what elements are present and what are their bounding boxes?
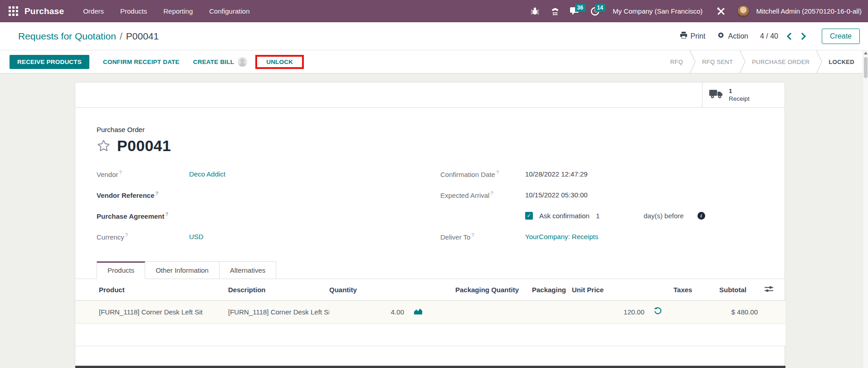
top-navbar: Purchase Orders Products Reporting Confi…: [0, 0, 868, 22]
messages-icon[interactable]: 36: [566, 4, 584, 19]
confirmation-date-value: 10/28/2022 12:47:29: [525, 170, 588, 178]
order-line-row[interactable]: [FURN_1118] Corner Desk Left Sit [FURN_1…: [75, 300, 785, 323]
help-marker: ?: [166, 211, 169, 217]
state-locked[interactable]: LOCKED: [822, 59, 861, 65]
company-switcher[interactable]: My Company (San Francisco): [613, 7, 702, 15]
action-label: Action: [728, 32, 748, 40]
ask-confirmation-checkbox[interactable]: ✓: [525, 212, 533, 220]
cell-taxes[interactable]: [665, 300, 719, 323]
col-packaging[interactable]: Packaging: [529, 279, 572, 300]
gear-icon: [717, 31, 725, 41]
currency-value-link[interactable]: USD: [189, 233, 204, 240]
state-rfq[interactable]: RFQ: [664, 59, 689, 65]
notebook-tabs: Products Other Information Alternatives: [75, 261, 785, 279]
cell-unit-price[interactable]: 120.00: [572, 300, 647, 323]
receive-products-button[interactable]: RECEIVE PRODUCTS: [10, 55, 89, 69]
cell-description[interactable]: [FURN_1118] Corner Desk Left Sit: [205, 300, 329, 323]
help-marker: ?: [471, 232, 474, 238]
breadcrumb: Requests for Quotation / P00041: [18, 31, 159, 42]
field-expected-arrival: Expected Arrival? 10/15/2022 05:30:00: [440, 189, 705, 200]
order-lines-table: Product Description Quantity Packaging Q…: [75, 279, 785, 346]
truck-icon: [709, 88, 723, 101]
optional-columns-icon[interactable]: [760, 279, 785, 300]
vendor-reference-label: Vendor Reference?: [97, 191, 189, 199]
help-marker: ?: [156, 191, 159, 196]
confirm-receipt-date-button[interactable]: CONFIRM RECEIPT DATE: [103, 59, 180, 65]
col-description[interactable]: Description: [205, 279, 329, 300]
forecast-chart-icon[interactable]: [406, 300, 434, 323]
purchase-app-page: Purchase Orders Products Reporting Confi…: [0, 0, 868, 368]
field-ask-confirmation: ✓ Ask confirmation 1 day(s) before i: [440, 210, 705, 221]
receipt-smart-button[interactable]: 1 Receipt: [702, 83, 785, 107]
vendor-value-link[interactable]: Deco Addict: [189, 170, 225, 178]
col-product[interactable]: Product: [75, 279, 205, 300]
main-content: 1 Receipt Purchase Order P00041 Ve: [0, 74, 868, 368]
cell-quantity[interactable]: 4.00: [329, 300, 406, 323]
pager-next-icon[interactable]: [800, 31, 807, 41]
expected-arrival-value[interactable]: 10/15/2022 05:30:00: [525, 191, 588, 199]
breadcrumb-parent-link[interactable]: Requests for Quotation: [18, 31, 116, 42]
pager-previous-icon[interactable]: [785, 31, 793, 41]
cell-subtotal: $ 480.00: [719, 300, 760, 323]
create-button[interactable]: Create: [822, 29, 860, 44]
field-confirmation-date: Confirmation Date? 10/28/2022 12:47:29: [440, 168, 705, 179]
help-marker: ?: [119, 170, 122, 175]
deliver-to-value-link[interactable]: YourCompany: Receipts: [525, 233, 598, 240]
tab-other-information[interactable]: Other Information: [145, 261, 219, 279]
user-avatar[interactable]: [737, 5, 750, 18]
price-history-icon[interactable]: [647, 300, 665, 323]
top-menu: Orders Products Reporting Configuration: [77, 4, 256, 19]
col-packaging-quantity[interactable]: Packaging Quantity: [434, 279, 529, 300]
col-quantity[interactable]: Quantity: [329, 279, 406, 300]
record-title: P00041: [117, 137, 171, 155]
scrollbar-thumb[interactable]: [864, 57, 868, 78]
field-grid: Vendor? Deco Addict Vendor Reference? Pu…: [97, 168, 785, 252]
menu-products[interactable]: Products: [114, 4, 153, 19]
unlock-button[interactable]: UNLOCK: [266, 59, 293, 65]
print-button[interactable]: Print: [680, 31, 706, 41]
currency-label: Currency?: [97, 232, 189, 241]
mobile-switch-icon[interactable]: [546, 4, 564, 19]
ask-confirmation-days-input[interactable]: 1: [596, 212, 600, 220]
col-unit-price[interactable]: Unit Price: [572, 279, 647, 300]
tab-products[interactable]: Products: [97, 261, 145, 279]
cell-packaging-quantity[interactable]: [434, 300, 529, 323]
state-rfq-sent[interactable]: RFQ SENT: [696, 59, 739, 65]
unlock-highlight-box: UNLOCK: [255, 55, 304, 69]
scrollbar-up-arrow-icon[interactable]: [863, 50, 868, 56]
info-icon: i: [697, 212, 705, 220]
confirmation-date-label: Confirmation Date?: [440, 170, 525, 178]
activities-clock-icon[interactable]: 14: [586, 4, 604, 19]
tab-alternatives[interactable]: Alternatives: [219, 261, 276, 279]
breadcrumb-separator: /: [120, 31, 122, 42]
col-subtotal[interactable]: Subtotal: [719, 279, 760, 300]
debug-bug-icon[interactable]: [527, 4, 544, 19]
menu-configuration[interactable]: Configuration: [203, 4, 256, 19]
col-taxes[interactable]: Taxes: [665, 279, 719, 300]
ask-confirmation-label: Ask confirmation: [539, 212, 590, 220]
support-tools-icon[interactable]: [712, 4, 730, 19]
apps-grid-icon[interactable]: [5, 4, 21, 19]
action-button[interactable]: Action: [717, 31, 748, 41]
menu-reporting[interactable]: Reporting: [157, 4, 199, 19]
messages-count-badge: 36: [575, 4, 585, 12]
state-separator: [816, 50, 822, 74]
smart-button-ribbon: 1 Receipt: [75, 83, 785, 108]
state-purchase-order[interactable]: PURCHASE ORDER: [746, 59, 816, 65]
col-quantity-icon-spacer: [406, 279, 434, 300]
favorite-star-icon[interactable]: [97, 139, 111, 153]
create-bill-button[interactable]: CREATE BILL: [193, 57, 247, 67]
purchase-agreement-label: Purchase Agreement?: [97, 211, 189, 220]
app-name[interactable]: Purchase: [24, 6, 64, 16]
user-menu[interactable]: Mitchell Admin (20570120-16-0-all): [756, 7, 862, 15]
menu-orders[interactable]: Orders: [77, 4, 110, 19]
field-currency: Currency? USD: [97, 231, 351, 242]
cell-packaging[interactable]: [529, 300, 572, 323]
field-vendor: Vendor? Deco Addict: [97, 168, 351, 179]
printer-icon: [680, 31, 688, 41]
record-type-label: Purchase Order: [97, 126, 785, 133]
record-pager: 4 / 40: [760, 31, 807, 41]
vertical-scrollbar[interactable]: [863, 50, 868, 368]
cell-product[interactable]: [FURN_1118] Corner Desk Left Sit: [75, 300, 205, 323]
table-header-row: Product Description Quantity Packaging Q…: [75, 279, 785, 300]
